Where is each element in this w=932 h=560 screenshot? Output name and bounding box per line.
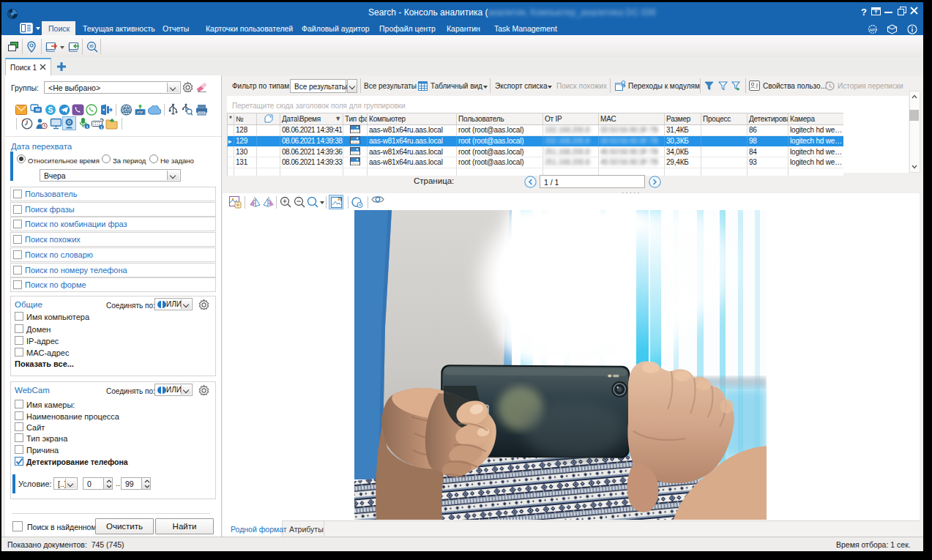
svg-text:S: S xyxy=(48,105,53,114)
svg-text:API: API xyxy=(870,28,876,32)
svg-text:FTP: FTP xyxy=(138,111,143,114)
svg-text:HTTP: HTTP xyxy=(122,108,130,112)
svg-text:ID: ID xyxy=(89,44,94,48)
svg-text:IM: IM xyxy=(35,108,40,112)
